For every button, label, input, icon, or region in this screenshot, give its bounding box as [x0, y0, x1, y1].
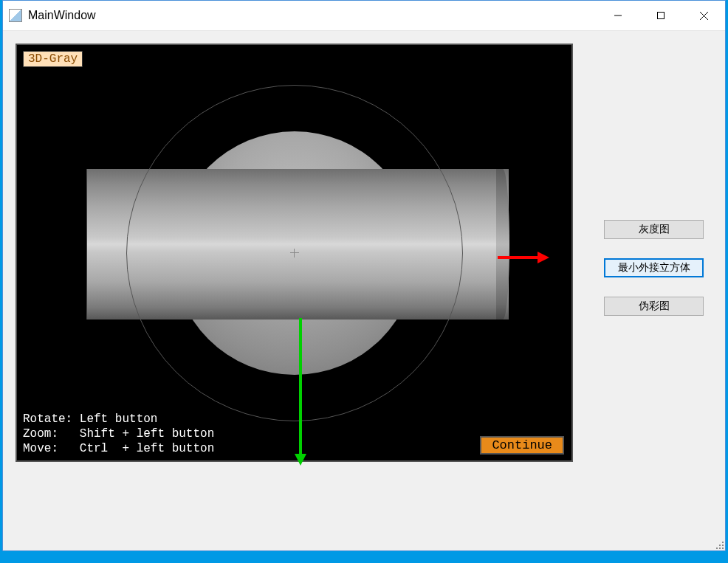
close-icon	[699, 11, 709, 21]
help-rotate: Rotate: Left button	[23, 412, 157, 426]
help-zoom: Zoom: Shift + left button	[23, 427, 214, 441]
model-cylinder-cap	[496, 169, 509, 320]
bounding-box-button[interactable]: 最小外接立方体	[604, 258, 704, 277]
client-area: 3D-Gray Rotate: Left button Zoom: Shift …	[3, 31, 725, 550]
window-title: MainWindow	[28, 9, 96, 22]
window-controls	[597, 1, 725, 30]
app-icon	[9, 9, 22, 22]
minimize-button[interactable]	[597, 1, 639, 30]
titlebar[interactable]: MainWindow	[3, 1, 725, 31]
3d-viewport[interactable]: 3D-Gray Rotate: Left button Zoom: Shift …	[16, 44, 573, 462]
viewport-mode-badge: 3D-Gray	[23, 51, 83, 67]
side-button-panel: 灰度图 最小外接立方体 伪彩图	[604, 220, 704, 316]
x-axis-arrow-icon	[498, 251, 549, 264]
grayscale-button[interactable]: 灰度图	[604, 220, 704, 239]
pseudocolor-button[interactable]: 伪彩图	[604, 297, 704, 316]
main-window: MainWindow	[2, 0, 726, 551]
center-crosshair-icon	[290, 249, 299, 258]
help-move: Move: Ctrl + left button	[23, 442, 214, 455]
svg-marker-5	[538, 252, 549, 263]
resize-grip-icon[interactable]	[713, 539, 724, 549]
svg-marker-7	[295, 454, 306, 466]
viewport-help-text: Rotate: Left button Zoom: Shift + left b…	[23, 412, 214, 456]
maximize-icon	[656, 11, 665, 20]
continue-button[interactable]: Continue	[480, 436, 564, 455]
close-button[interactable]	[682, 1, 725, 30]
svg-rect-1	[658, 13, 665, 19]
y-axis-arrow-icon	[294, 318, 307, 466]
minimize-icon	[614, 11, 622, 20]
maximize-button[interactable]	[639, 1, 682, 30]
